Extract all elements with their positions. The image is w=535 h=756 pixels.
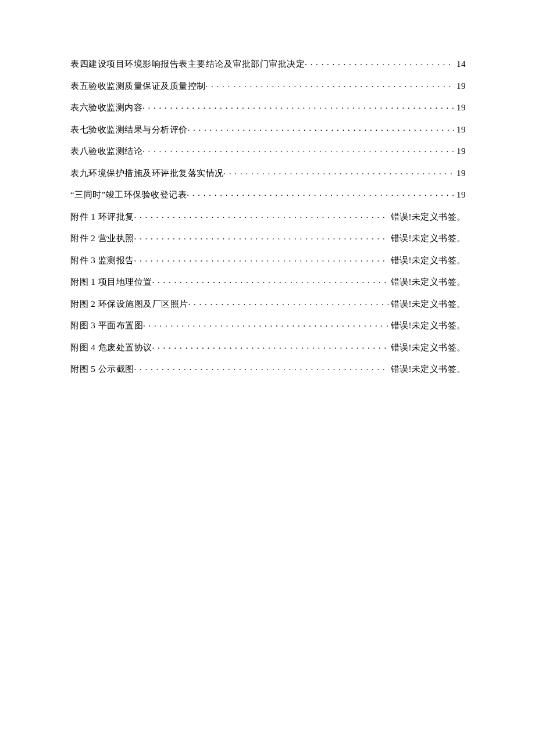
toc-entry: “三同时”竣工环保验收登记表 19 — [70, 189, 466, 199]
toc-leader — [187, 189, 454, 198]
toc-leader — [142, 145, 454, 154]
toc-leader — [143, 320, 388, 328]
toc-title: 表四建设项目环境影响报告表主要结论及审批部门审批决定 — [70, 60, 305, 69]
toc-leader — [134, 363, 388, 372]
toc-entry: 表八验收监测结论 19 — [70, 145, 466, 156]
toc-title: 表五验收监测质量保证及质量控制 — [70, 82, 206, 91]
toc-entry: 附件 2 营业执照 错误!未定义书签。 — [70, 232, 466, 243]
toc-entry: 附图 5 公示截图 错误!未定义书签。 — [70, 363, 466, 374]
toc-leader — [305, 58, 454, 67]
toc-leader — [188, 124, 455, 132]
toc-leader — [188, 298, 388, 307]
toc-leader — [206, 80, 455, 89]
toc-title: 附图 5 公示截图 — [70, 365, 134, 374]
toc-page: 19 — [454, 82, 466, 91]
toc-entry: 附图 4 危废处置协议 错误!未定义书签。 — [70, 342, 466, 352]
toc-entry: 附图 3 平面布置图 错误!未定义书签。 — [70, 320, 466, 330]
toc-page-error: 错误!未定义书签。 — [388, 278, 466, 286]
toc-title: 表七验收监测结果与分析评价 — [70, 126, 188, 134]
toc-entry: 表四建设项目环境影响报告表主要结论及审批部门审批决定 14 — [70, 58, 466, 69]
toc-title: 附图 2 环保设施图及厂区照片 — [70, 300, 188, 309]
toc-page: 19 — [454, 169, 466, 178]
toc-title: 附图 3 平面布置图 — [70, 321, 143, 330]
toc-leader — [134, 232, 388, 241]
toc-entry: 表七验收监测结果与分析评价 19 — [70, 124, 466, 134]
toc-page: 14 — [454, 60, 466, 69]
toc-entry: 表五验收监测质量保证及质量控制 19 — [70, 80, 466, 91]
toc-title: 附件 2 营业执照 — [70, 234, 134, 243]
toc-entry: 附图 2 环保设施图及厂区照片 错误!未定义书签。 — [70, 298, 466, 309]
toc-title: 附图 4 危废处置协议 — [70, 343, 152, 352]
toc-entry: 附图 1 项目地理位置 错误!未定义书签。 — [70, 276, 466, 286]
toc-title: 附件 3 监测报告 — [70, 256, 134, 265]
toc-leader — [134, 211, 388, 220]
toc-title: “三同时”竣工环保验收登记表 — [70, 191, 187, 199]
toc-leader — [134, 255, 388, 263]
toc-page-error: 错误!未定义书签。 — [388, 321, 466, 330]
toc-container: 表四建设项目环境影响报告表主要结论及审批部门审批决定 14 表五验收监测质量保证… — [70, 58, 466, 385]
toc-entry: 表九环境保护措施及环评批复落实情况 19 — [70, 167, 466, 178]
toc-entry: 附件 1 环评批复 错误!未定义书签。 — [70, 211, 466, 221]
toc-page-error: 错误!未定义书签。 — [388, 300, 466, 309]
toc-page: 19 — [454, 191, 466, 199]
toc-page-error: 错误!未定义书签。 — [388, 213, 466, 221]
toc-leader — [142, 102, 454, 110]
toc-page: 19 — [454, 103, 466, 112]
toc-page-error: 错误!未定义书签。 — [388, 256, 466, 265]
toc-leader — [224, 167, 455, 176]
toc-title: 表六验收监测内容 — [70, 103, 142, 112]
toc-title: 附件 1 环评批复 — [70, 213, 134, 221]
toc-page: 19 — [454, 147, 466, 156]
toc-title: 附图 1 项目地理位置 — [70, 278, 152, 286]
toc-entry: 附件 3 监测报告 错误!未定义书签。 — [70, 255, 466, 265]
toc-entry: 表六验收监测内容 19 — [70, 102, 466, 112]
toc-page-error: 错误!未定义书签。 — [388, 343, 466, 352]
toc-page: 19 — [454, 126, 466, 134]
toc-title: 表九环境保护措施及环评批复落实情况 — [70, 169, 224, 178]
toc-page-error: 错误!未定义书签。 — [388, 365, 466, 374]
toc-page-error: 错误!未定义书签。 — [388, 234, 466, 243]
toc-leader — [152, 276, 388, 285]
toc-title: 表八验收监测结论 — [70, 147, 142, 156]
toc-leader — [152, 342, 388, 350]
